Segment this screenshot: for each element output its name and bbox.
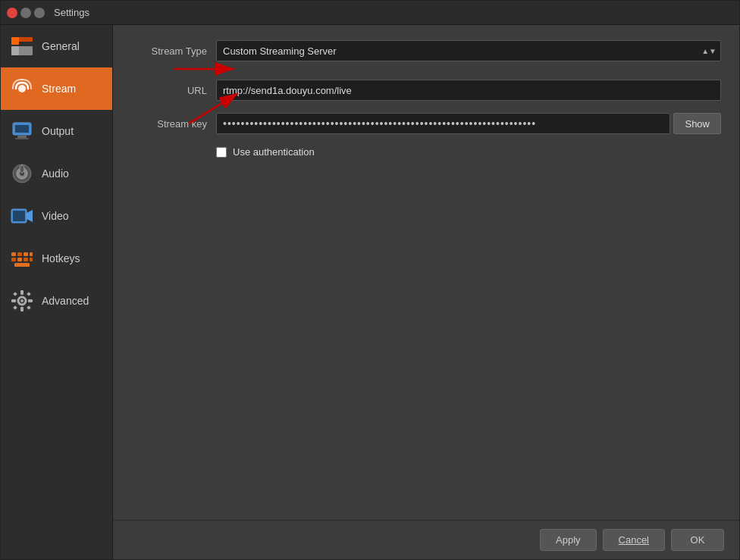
sidebar-item-video[interactable]: Video — [1, 195, 112, 237]
svg-rect-17 — [17, 252, 22, 256]
window-title: Settings — [54, 7, 89, 18]
titlebar-buttons — [7, 8, 45, 18]
svg-rect-27 — [20, 290, 24, 295]
svg-marker-15 — [27, 210, 33, 222]
svg-rect-23 — [30, 258, 33, 261]
stream-key-label: Stream key — [131, 118, 207, 130]
main-layout: General Stream — [1, 25, 739, 559]
svg-rect-30 — [28, 299, 33, 302]
sidebar-label-general: General — [42, 40, 80, 52]
stream-type-select-wrapper: Custom Streaming Server ▲▼ — [216, 40, 721, 61]
svg-rect-14 — [13, 211, 25, 221]
sidebar-label-advanced: Advanced — [42, 295, 89, 307]
show-key-button[interactable]: Show — [673, 113, 721, 134]
stream-type-select[interactable]: Custom Streaming Server — [216, 40, 721, 61]
sidebar-label-output: Output — [42, 125, 74, 137]
svg-point-4 — [18, 85, 26, 92]
sidebar-item-stream[interactable]: Stream — [1, 67, 112, 110]
svg-point-12 — [20, 165, 24, 173]
svg-rect-20 — [17, 258, 22, 261]
maximize-button[interactable] — [34, 8, 45, 18]
svg-rect-21 — [24, 258, 28, 261]
settings-window: Settings General — [0, 0, 740, 560]
ok-button[interactable]: OK — [671, 529, 724, 551]
svg-point-26 — [20, 299, 24, 302]
svg-rect-8 — [15, 138, 29, 139]
stream-key-wrapper: Show — [216, 113, 721, 134]
hotkeys-icon — [10, 246, 34, 271]
stream-icon — [10, 77, 34, 101]
sidebar-item-general[interactable]: General — [1, 25, 112, 67]
svg-rect-7 — [17, 136, 27, 138]
svg-rect-16 — [11, 252, 16, 256]
titlebar: Settings — [1, 1, 739, 25]
cancel-button[interactable]: Cancel — [603, 529, 665, 551]
svg-rect-31 — [13, 292, 17, 296]
use-auth-checkbox[interactable] — [216, 147, 227, 158]
advanced-icon — [10, 289, 34, 313]
url-input[interactable] — [216, 80, 721, 101]
video-icon — [10, 204, 34, 228]
sidebar: General Stream — [1, 25, 113, 559]
stream-key-input[interactable] — [216, 113, 670, 134]
sidebar-item-hotkeys[interactable]: Hotkeys — [1, 237, 112, 280]
stream-type-label: Stream Type — [131, 45, 207, 57]
svg-rect-24 — [14, 263, 30, 267]
general-icon — [10, 34, 34, 58]
url-label: URL — [131, 85, 207, 96]
bottom-bar: Apply Cancel OK — [113, 520, 739, 559]
output-icon — [10, 119, 34, 143]
content-spacer — [113, 288, 739, 521]
stream-key-row: Stream key Show — [131, 113, 721, 134]
svg-rect-3 — [11, 46, 19, 55]
use-auth-label: Use authentication — [233, 146, 315, 158]
sidebar-item-output[interactable]: Output — [1, 110, 112, 152]
svg-rect-19 — [11, 258, 16, 261]
svg-rect-22 — [30, 252, 33, 256]
auth-row: Use authentication — [216, 146, 721, 158]
sidebar-item-audio[interactable]: Audio — [1, 152, 112, 195]
stream-type-row: Stream Type Custom Streaming Server ▲▼ — [131, 40, 721, 61]
sidebar-label-video: Video — [42, 210, 69, 222]
svg-rect-28 — [20, 307, 24, 311]
svg-rect-29 — [11, 299, 16, 302]
svg-rect-18 — [24, 252, 28, 256]
svg-rect-1 — [11, 37, 19, 45]
sidebar-label-hotkeys: Hotkeys — [42, 252, 80, 264]
minimize-button[interactable] — [20, 8, 31, 18]
svg-rect-34 — [27, 305, 31, 310]
url-row: URL — [131, 80, 721, 101]
svg-rect-33 — [13, 305, 17, 310]
content-area: Stream Type Custom Streaming Server ▲▼ U… — [113, 25, 739, 288]
sidebar-item-advanced[interactable]: Advanced — [1, 280, 112, 322]
svg-rect-32 — [27, 292, 31, 296]
svg-rect-6 — [15, 125, 29, 133]
sidebar-label-audio: Audio — [42, 167, 69, 180]
apply-button[interactable]: Apply — [540, 529, 597, 551]
close-button[interactable] — [7, 8, 17, 18]
audio-icon — [10, 161, 34, 186]
sidebar-label-stream: Stream — [42, 83, 76, 95]
